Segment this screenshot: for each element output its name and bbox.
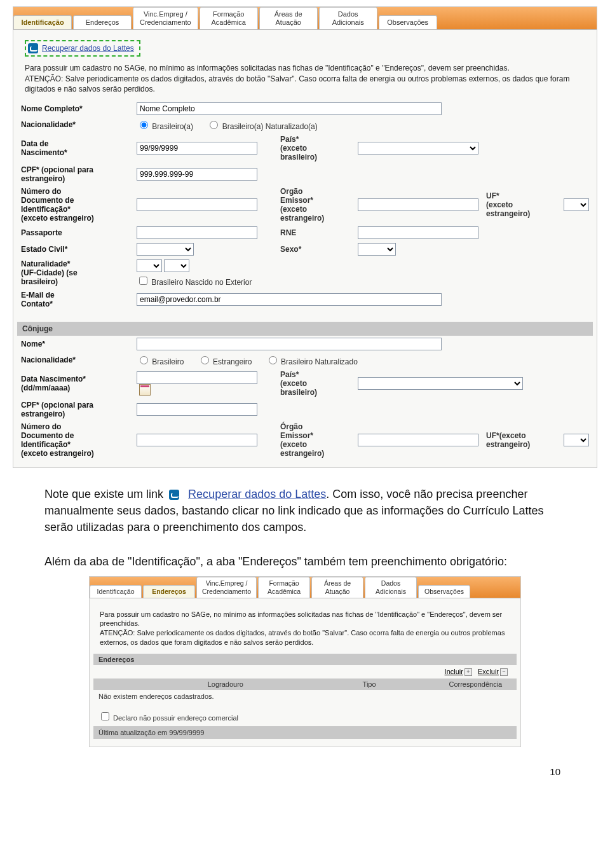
- page-number: 10: [0, 766, 560, 777]
- conjuge-header: Cônjuge: [17, 322, 593, 336]
- label-conjuge-pais: País* (exceto brasileiro): [276, 368, 354, 399]
- tab-areas[interactable]: Áreas de Atuação: [259, 7, 318, 29]
- label-documento: Número do Documento de Identificação* (e…: [17, 185, 133, 224]
- naturalidade-uf-select[interactable]: [137, 259, 162, 272]
- checkbox-nascido-exterior[interactable]: Brasileiro Nascido no Exterior: [137, 275, 252, 287]
- radio-conjuge-naturalizado[interactable]: Brasileiro Naturalizado: [266, 357, 358, 366]
- label-nome-completo: Nome Completo*: [17, 100, 133, 117]
- tab-vinc-empreg[interactable]: Vinc.Empreg / Credenciamento: [133, 7, 198, 29]
- label-email: E-Mail de Contato*: [17, 289, 133, 310]
- conjuge-uf-select[interactable]: [564, 434, 589, 446]
- conjuge-cpf-input[interactable]: [137, 403, 257, 416]
- naturalidade-cidade-select[interactable]: [164, 259, 189, 272]
- tab-enderecos[interactable]: Endereços: [73, 15, 132, 29]
- plus-icon[interactable]: +: [464, 668, 472, 676]
- conjuge-documento-input[interactable]: [137, 434, 257, 446]
- lattes-icon: [169, 490, 179, 500]
- label-cpf: CPF* (opcional para estrangeiro): [17, 163, 133, 185]
- calendar-icon[interactable]: [139, 384, 151, 396]
- radio-naturalizado[interactable]: Brasileiro(a) Naturalizado(a): [207, 122, 317, 131]
- label-conjuge-orgao: Órgão Emissor* (exceto estrangeiro): [276, 420, 354, 460]
- label-passaporte: Passaporte: [17, 224, 133, 241]
- identification-panel: Identificação Endereços Vinc.Empreg / Cr…: [13, 6, 597, 468]
- orgao-emissor-input[interactable]: [358, 198, 478, 211]
- tab-formacao[interactable]: Formação Acadêmica: [200, 7, 258, 29]
- ultima-atualizacao: Última atualização em 99/99/9999: [93, 726, 517, 739]
- label-naturalidade: Naturalidade* (UF-Cidade) (se brasileiro…: [17, 258, 133, 289]
- uf-select[interactable]: [564, 198, 589, 211]
- excluir-link[interactable]: Excluir: [478, 668, 499, 675]
- tabs-row-2: Identificação Endereços Vinc.Empreg / Cr…: [90, 577, 520, 598]
- include-exclude-row: Incluir+ Excluir−: [93, 665, 517, 679]
- estado-civil-select[interactable]: [137, 243, 194, 256]
- enderecos-header: Endereços: [93, 654, 517, 665]
- no-addresses-message: Não existem endereços cadastrados.: [93, 690, 517, 703]
- label-data-nascimento: Data de Nascimento*: [17, 133, 133, 163]
- identification-form: Nome Completo* Nacionalidade* Brasileiro…: [17, 100, 593, 460]
- tab-identificacao[interactable]: Identificação: [13, 15, 72, 29]
- tab2-identificacao[interactable]: Identificação: [90, 585, 142, 598]
- tab2-observacoes[interactable]: Observações: [418, 585, 470, 598]
- tab-dados-adicionais[interactable]: Dados Adicionais: [319, 7, 377, 29]
- label-nacionalidade: Nacionalidade*: [17, 117, 133, 133]
- passaporte-input[interactable]: [137, 226, 257, 239]
- tab2-areas[interactable]: Áreas de Atuação: [311, 577, 363, 597]
- tab2-dados-adicionais[interactable]: Dados Adicionais: [365, 577, 417, 597]
- conjuge-orgao-input[interactable]: [358, 434, 478, 446]
- label-conjuge-nacionalidade: Nacionalidade*: [17, 352, 133, 368]
- label-conjuge-uf: UF*(exceto estrangeiro): [482, 420, 560, 460]
- col-correspondencia: Correspondência: [444, 679, 547, 690]
- tab2-enderecos[interactable]: Endereços: [143, 585, 195, 598]
- conjuge-data-nasc-input[interactable]: [137, 371, 257, 384]
- tab-observacoes[interactable]: Observações: [379, 15, 437, 29]
- radio-conjuge-brasileiro[interactable]: Brasileiro: [137, 357, 184, 366]
- data-nascimento-input[interactable]: [137, 142, 257, 155]
- rne-input[interactable]: [358, 226, 478, 239]
- label-estado-civil: Estado Civil*: [17, 241, 133, 258]
- body-paragraph-2: Além da aba de "Identificação", a aba "E…: [44, 553, 566, 570]
- incluir-link[interactable]: Incluir: [445, 668, 463, 675]
- addresses-panel: Identificação Endereços Vinc.Empreg / Cr…: [89, 576, 521, 747]
- label-conjuge-data-nasc: Data Nascimento* (dd/mm/aaaa): [17, 368, 133, 399]
- intro-text-2: Para possuir um cadastro no SAGe, no mín…: [93, 603, 517, 654]
- tab2-vinc-empreg[interactable]: Vinc.Empreg / Credenciamento: [196, 577, 257, 597]
- label-conjuge-cpf: CPF* (opcional para estrangeiro): [17, 399, 133, 420]
- inline-lattes-link: Recuperar dados do Lattes: [188, 488, 326, 500]
- label-pais: País* (exceto brasileiro): [276, 133, 354, 163]
- radio-conjuge-estrangeiro[interactable]: Estrangeiro: [198, 357, 252, 366]
- cpf-input[interactable]: [137, 168, 257, 181]
- tabs-row-1: Identificação Endereços Vinc.Empreg / Cr…: [13, 7, 597, 30]
- col-logradouro: Logradouro: [93, 679, 358, 690]
- tab2-formacao[interactable]: Formação Acadêmica: [258, 577, 310, 597]
- label-sexo: Sexo*: [276, 241, 354, 258]
- recuperar-lattes-box[interactable]: Recuperar dados do Lattes: [25, 40, 140, 57]
- label-conjuge-documento: Número do Documento de Identificação* (e…: [17, 420, 133, 460]
- documento-input[interactable]: [137, 198, 257, 211]
- label-rne: RNE: [276, 224, 354, 241]
- minus-icon[interactable]: −: [500, 668, 508, 676]
- checkbox-declaro[interactable]: Declaro não possuir endereço comercial: [98, 714, 238, 722]
- lattes-icon: [28, 43, 38, 53]
- body-paragraph-1: Note que existe um link Recuperar dados …: [44, 486, 566, 535]
- recuperar-lattes-link[interactable]: Recuperar dados do Lattes: [42, 44, 134, 53]
- label-conjuge-nome: Nome*: [17, 336, 133, 352]
- addresses-column-headers: Logradouro Tipo Correspondência: [93, 679, 517, 690]
- radio-brasileiro[interactable]: Brasileiro(a): [137, 122, 193, 131]
- label-uf: UF* (exceto estrangeiro): [482, 185, 560, 224]
- col-tipo: Tipo: [358, 679, 444, 690]
- label-orgao-emissor: Orgão Emissor* (exceto estrangeiro): [276, 185, 354, 224]
- email-input[interactable]: [137, 293, 442, 306]
- sexo-select[interactable]: [358, 243, 396, 256]
- conjuge-nome-input[interactable]: [137, 338, 442, 350]
- nome-completo-input[interactable]: [137, 102, 442, 115]
- pais-select[interactable]: [358, 142, 478, 155]
- conjuge-pais-select[interactable]: [358, 377, 523, 390]
- intro-text-1: Para possuir um cadastro no SAGe, no mín…: [17, 60, 593, 100]
